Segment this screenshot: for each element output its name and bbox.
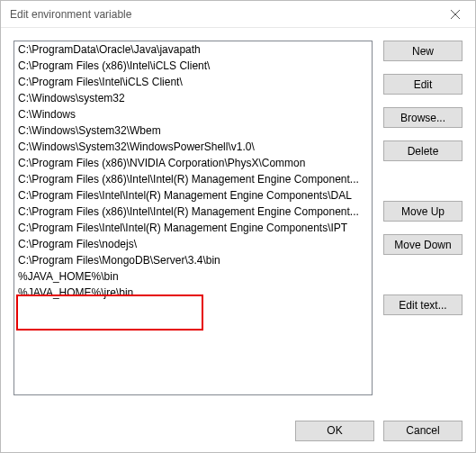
delete-button[interactable]: Delete — [383, 140, 463, 161]
list-item[interactable]: C:\Program Files (x86)\Intel\Intel(R) Ma… — [14, 171, 372, 187]
cancel-button[interactable]: Cancel — [383, 421, 463, 441]
path-list[interactable]: C:\ProgramData\Oracle\Java\javapathC:\Pr… — [13, 41, 373, 395]
list-item[interactable]: %JAVA_HOME%\bin — [14, 268, 372, 285]
close-button[interactable] — [435, 1, 475, 28]
edit-text-button[interactable]: Edit text... — [383, 294, 463, 315]
list-item[interactable]: C:\Program Files\Intel\iCLS Client\ — [14, 74, 372, 90]
list-item[interactable]: C:\Program Files (x86)\Intel\iCLS Client… — [14, 58, 372, 74]
new-button[interactable]: New — [383, 41, 463, 61]
list-item[interactable]: C:\Windows — [14, 106, 372, 122]
list-item[interactable]: C:\ProgramData\Oracle\Java\javapath — [14, 41, 372, 58]
list-item[interactable]: C:\Windows\System32\WindowsPowerShell\v1… — [14, 139, 372, 155]
edit-button[interactable]: Edit — [383, 74, 463, 95]
list-item[interactable]: C:\Program Files\MongoDB\Server\3.4\bin — [14, 252, 372, 268]
list-item[interactable]: C:\Windows\system32 — [14, 90, 372, 106]
window-title: Edit environment variable — [10, 8, 131, 21]
move-down-button[interactable]: Move Down — [383, 234, 463, 255]
dialog-content: C:\ProgramData\Oracle\Java\javapathC:\Pr… — [1, 28, 475, 406]
list-item[interactable]: C:\Windows\System32\Wbem — [14, 122, 372, 139]
dialog-footer: OK Cancel — [1, 409, 475, 452]
list-item[interactable]: C:\Program Files\Intel\Intel(R) Manageme… — [14, 220, 372, 236]
move-up-button[interactable]: Move Up — [383, 201, 463, 222]
close-icon — [451, 10, 460, 19]
titlebar: Edit environment variable — [1, 1, 475, 28]
side-buttons: New Edit Browse... Delete Move Up Move D… — [383, 41, 463, 395]
list-item[interactable]: C:\Program Files (x86)\NVIDIA Corporatio… — [14, 155, 372, 171]
list-item[interactable]: %JAVA_HOME%\jre\bin — [14, 285, 372, 301]
list-item[interactable]: C:\Program Files (x86)\Intel\Intel(R) Ma… — [14, 204, 372, 220]
list-item[interactable]: C:\Program Files\nodejs\ — [14, 236, 372, 252]
list-item[interactable]: C:\Program Files\Intel\Intel(R) Manageme… — [14, 187, 372, 204]
browse-button[interactable]: Browse... — [383, 107, 463, 128]
ok-button[interactable]: OK — [295, 421, 374, 441]
